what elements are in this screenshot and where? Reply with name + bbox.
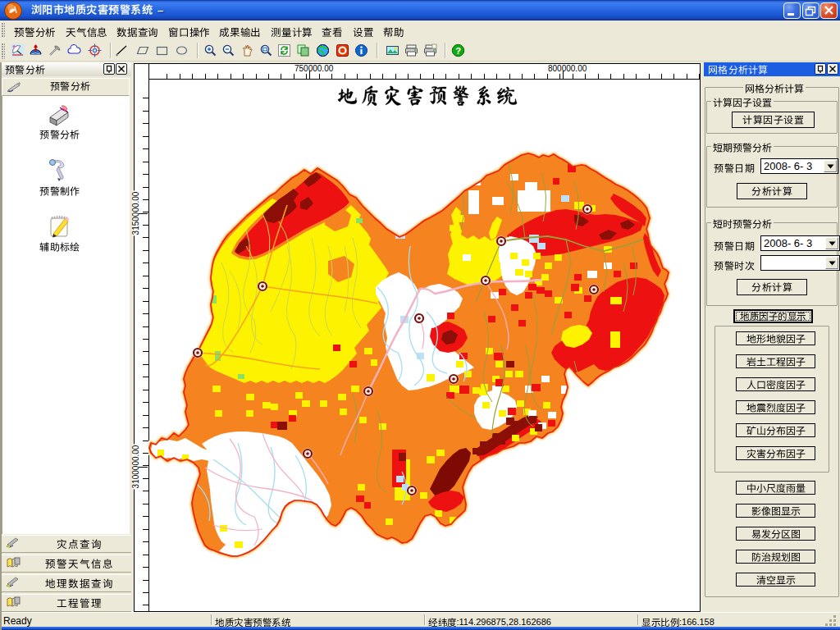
svg-text:?: ? (455, 46, 461, 56)
